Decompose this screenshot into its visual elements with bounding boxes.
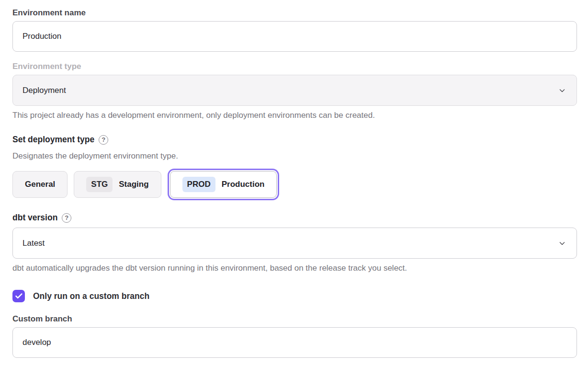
staging-option-label: Staging (119, 180, 148, 189)
custom-branch-toggle-label[interactable]: Only run on a custom branch (33, 291, 149, 301)
dbt-version-select[interactable]: Latest (12, 228, 577, 259)
deployment-type-heading: Set deployment type (12, 135, 94, 145)
custom-branch-toggle-row: Only run on a custom branch (12, 290, 577, 302)
chevron-down-icon (558, 240, 566, 247)
environment-type-helper: This project already has a development e… (12, 111, 577, 120)
dbt-version-helper: dbt automatically upgrades the dbt versi… (12, 263, 577, 273)
custom-branch-label: Custom branch (12, 314, 577, 324)
deployment-type-option-general[interactable]: General (12, 171, 68, 198)
deployment-type-description: Designates the deployment environment ty… (12, 151, 577, 161)
help-icon[interactable]: ? (62, 213, 71, 223)
dbt-version-value: Latest (23, 239, 45, 248)
deployment-type-option-staging[interactable]: STG Staging (74, 171, 161, 198)
deployment-type-options: General STG Staging PROD Production (12, 168, 577, 201)
general-option-label: General (25, 180, 55, 189)
environment-settings-form: Environment name Environment type Deploy… (12, 8, 577, 358)
production-option-label: Production (222, 180, 265, 189)
staging-badge: STG (86, 177, 113, 192)
environment-type-value: Deployment (23, 86, 66, 95)
help-icon[interactable]: ? (99, 135, 108, 145)
production-badge: PROD (182, 177, 215, 192)
environment-name-input[interactable] (12, 21, 577, 52)
custom-branch-input[interactable] (12, 327, 577, 358)
environment-type-label: Environment type (12, 62, 577, 71)
deployment-type-option-production[interactable]: PROD Production (170, 171, 277, 198)
dbt-version-heading: dbt version (12, 213, 57, 223)
chevron-down-icon (558, 87, 566, 94)
checkbox-checked-icon[interactable] (12, 290, 25, 302)
environment-name-label: Environment name (12, 8, 577, 18)
environment-type-select[interactable]: Deployment (12, 75, 577, 106)
